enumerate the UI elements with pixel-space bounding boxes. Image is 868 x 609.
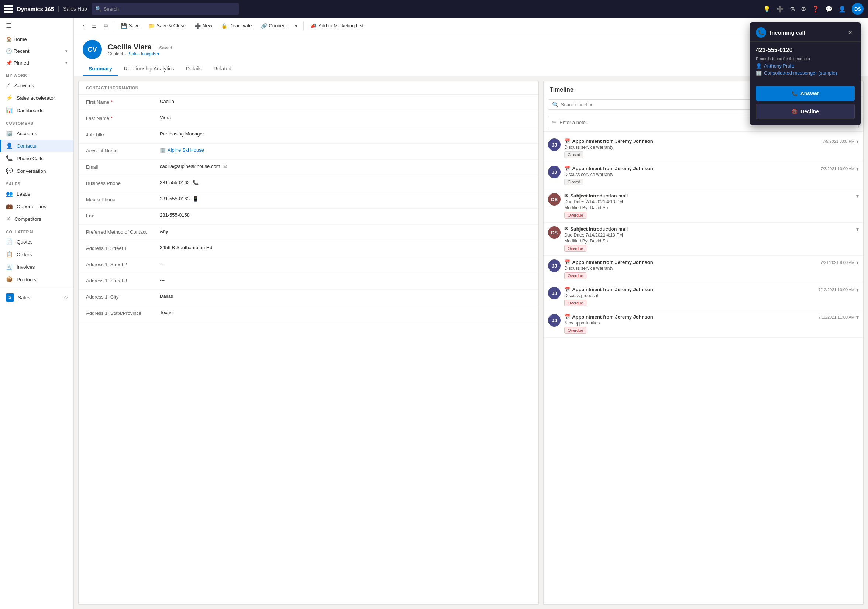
status-badge: Overdue [564, 245, 586, 252]
add-marketing-button[interactable]: 📣 Add to Marketing List [307, 21, 367, 31]
sidebar-item-activities[interactable]: ✓ Activities [0, 79, 73, 91]
sidebar-item-quotes[interactable]: 📄 Quotes [0, 236, 73, 248]
timeline-item-body: 📅 Appointment from Jeremy Johnson Discus… [564, 138, 816, 158]
connect-icon: 🔗 [261, 23, 267, 29]
sidebar-item-phone-calls[interactable]: 📞 Phone Calls [0, 152, 73, 164]
phone-calls-icon: 📞 [6, 155, 13, 162]
last-name-value: Viera [160, 115, 531, 120]
sidebar-item-sales-accelerator[interactable]: ⚡ Sales accelerator [0, 91, 73, 104]
record-link-anthony[interactable]: 👤 Anthony Pruitt [756, 63, 855, 69]
sidebar-item-dashboards[interactable]: 📊 Dashboards [0, 104, 73, 117]
sidebar-item-sales-area[interactable]: S Sales ◇ [0, 289, 73, 305]
incoming-call-popup: 📞 Incoming call ✕ 423-555-0120 Records f… [750, 22, 860, 125]
expand-icon[interactable]: ▾ [856, 166, 859, 172]
address-street3-value: --- [160, 277, 531, 283]
timeline-item-date: 7/5/2021 3:00 PM [823, 139, 855, 144]
sidebar-item-accounts[interactable]: 🏢 Accounts [0, 127, 73, 139]
back-button[interactable]: ‹ [80, 21, 87, 31]
sidebar-item-contacts[interactable]: 👤 Contacts [0, 139, 73, 152]
expand-icon[interactable]: ▾ [856, 259, 859, 265]
sidebar-item-home[interactable]: 🏠 Home [0, 33, 73, 45]
required-indicator: * [111, 116, 113, 121]
sidebar-item-leads[interactable]: 👥 Leads [0, 188, 73, 200]
user-avatar[interactable]: DS [852, 3, 863, 15]
expand-icon[interactable]: ▾ [856, 314, 859, 320]
expand-icon[interactable]: ▾ [856, 287, 859, 293]
sidebar-item-orders[interactable]: 📋 Orders [0, 248, 73, 260]
record-tabs: Summary Relationship Analytics Details R… [83, 62, 859, 76]
content-panels: CONTACT INFORMATION First Name * Cacilia [74, 76, 868, 609]
answer-button[interactable]: 📞 Answer [756, 86, 855, 101]
phone-call-icon[interactable]: 📞 [193, 180, 198, 185]
sidebar-orders-label: Orders [17, 252, 32, 257]
form-row-address-state: Address 1: State/Province Texas [79, 306, 538, 322]
opportunities-icon: 💼 [6, 203, 13, 210]
pencil-icon: ✏ [552, 119, 556, 125]
record-link-consolidated[interactable]: 🏢 Consolidated messenger (sample) [756, 70, 855, 76]
form-row-address-city: Address 1: City Dallas [79, 290, 538, 306]
global-search-bar[interactable]: 🔍 [91, 3, 239, 15]
sidebar-dashboards-label: Dashboards [17, 108, 43, 113]
record-view-button[interactable]: ☰ [89, 21, 100, 31]
expand-icon[interactable]: ▾ [856, 226, 859, 232]
sidebar-toggle[interactable]: ☰ [0, 18, 73, 33]
expand-icon[interactable]: ▾ [856, 193, 859, 199]
deactivate-button[interactable]: 🔒 Deactivate [217, 21, 256, 31]
sidebar-opportunities-label: Opportunities [17, 204, 46, 209]
timeline-item-meta: ▾ [853, 193, 859, 199]
tab-relationship[interactable]: Relationship Analytics [118, 62, 180, 76]
sidebar-item-pinned[interactable]: 📌 Pinned ▾ [0, 57, 73, 69]
account-name-value: 🏢 Alpine Ski House [160, 147, 531, 153]
address-street1-value: 3456 B Southampton Rd [160, 245, 531, 250]
tab-related[interactable]: Related [208, 62, 237, 76]
timeline-item-meta: 7/3/2021 10:00 AM ▾ [818, 166, 859, 172]
new-button[interactable]: ➕ New [191, 21, 216, 31]
sidebar-item-conversation[interactable]: 💬 Conversation [0, 164, 73, 177]
accounts-icon: 🏢 [6, 130, 13, 136]
sidebar-item-recent[interactable]: 🕐 Recent ▾ [0, 45, 73, 57]
record-type: Contact [108, 51, 123, 56]
save-close-button[interactable]: 📁 Save & Close [145, 21, 189, 31]
help-icon[interactable]: ❓ [812, 6, 819, 12]
connect-button[interactable]: 🔗 Connect [257, 21, 290, 31]
sidebar-products-label: Products [17, 277, 36, 282]
timeline-item-sub: Discuss proposal [564, 293, 812, 298]
tab-summary[interactable]: Summary [83, 62, 118, 76]
plus-icon[interactable]: ➕ [777, 6, 784, 12]
account-link[interactable]: 🏢 Alpine Ski House [160, 147, 204, 153]
search-input[interactable] [104, 6, 236, 12]
sidebar-item-invoices[interactable]: 🧾 Invoices [0, 260, 73, 273]
sidebar-competitors-label: Competitors [14, 216, 41, 222]
overflow-chevron[interactable]: ▾ [292, 21, 301, 31]
sidebar-item-competitors[interactable]: ⚔ Competitors [0, 212, 73, 225]
sidebar-activities-label: Activities [14, 83, 34, 88]
sales-insights-button[interactable]: Sales Insights ▾ [129, 51, 160, 56]
timeline-item: JJ 📅 Appointment from Jeremy Johnson Dis… [544, 283, 863, 310]
sidebar-item-products[interactable]: 📦 Products [0, 273, 73, 286]
person-icon[interactable]: 👤 [839, 6, 846, 12]
timeline-feed: JJ 📅 Appointment from Jeremy Johnson Dis… [544, 132, 863, 604]
decline-button[interactable]: 📵 Decline [756, 104, 855, 119]
timeline-avatar: JJ [548, 287, 561, 299]
expand-icon[interactable]: ▾ [856, 138, 859, 144]
sidebar-item-opportunities[interactable]: 💼 Opportunities [0, 200, 73, 212]
sidebar-salesaccel-label: Sales accelerator [17, 95, 55, 101]
tab-details[interactable]: Details [180, 62, 208, 76]
business-phone-label: Business Phone [86, 180, 160, 186]
filter-icon[interactable]: ⚗ [790, 6, 795, 12]
timeline-item-title: ✉ Subject Introduction mail [564, 226, 849, 232]
sidebar-recent-label: Recent [14, 48, 29, 54]
email-action-icon[interactable]: ✉ [223, 164, 227, 169]
cmd-divider-1 [114, 22, 114, 30]
dashboards-icon: 📊 [6, 107, 13, 114]
save-button[interactable]: 💾 Save [117, 21, 144, 31]
gear-icon[interactable]: ⚙ [801, 6, 806, 12]
duplicate-button[interactable]: ⧉ [101, 20, 111, 31]
timeline-avatar: JJ [548, 138, 561, 151]
lightbulb-icon[interactable]: 💡 [763, 6, 770, 12]
timeline-avatar: JJ [548, 259, 561, 272]
mobile-phone-icon[interactable]: 📱 [193, 196, 198, 201]
chat-icon[interactable]: 💬 [825, 6, 832, 12]
popup-close-button[interactable]: ✕ [845, 28, 855, 37]
waffle-menu-icon[interactable] [5, 5, 12, 13]
